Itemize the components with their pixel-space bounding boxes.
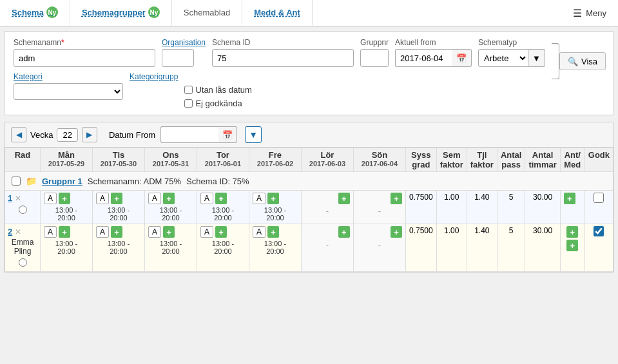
visa-button[interactable]: 🔍 Visa (559, 52, 606, 70)
schemanamn-group: Schemanamn (14, 38, 155, 67)
row-1-tue-cell: A + 13:00 -20:00 (92, 191, 144, 224)
menu-button[interactable]: ☰ Meny (561, 0, 618, 26)
schema-id-input[interactable] (212, 49, 354, 67)
grid-wrap: Rad Mån 2017-05-29 Tis 2017-05-30 Ons (5, 148, 613, 272)
row-1-radio[interactable] (19, 206, 27, 214)
organisation-label[interactable]: Organisation (162, 38, 206, 47)
row-2-del-btn[interactable]: ✕ (15, 227, 21, 236)
row-1-thu-plus[interactable]: + (215, 193, 227, 204)
row-2-expand-btn-1[interactable]: + (566, 226, 578, 238)
menu-lines-icon: ☰ (573, 7, 582, 19)
row-1-fri-plus[interactable]: + (267, 193, 279, 204)
aktuell-from-input[interactable] (395, 49, 452, 67)
row-1-mon-a[interactable]: A (44, 193, 57, 204)
row-1-del-btn[interactable]: ✕ (15, 194, 21, 203)
row-1-sem: 1.00 (436, 191, 467, 224)
schematyp-group: Schematyp Arbete Schema Ledig ▼ (478, 38, 545, 67)
col-son-header: Sön 2017-06-04 (353, 148, 405, 172)
row-2-radio[interactable] (19, 258, 27, 267)
schema-ny-badge: Ny (46, 6, 58, 18)
top-form: Schemanamn Organisation Schema ID (4, 31, 614, 115)
row-1-ant-med: + (560, 191, 584, 224)
row-2-name: Emma Pling (8, 238, 37, 256)
row-2-thu-plus[interactable]: + (215, 226, 227, 238)
row-1-fri-a[interactable]: A (253, 193, 266, 204)
next-week-button[interactable]: ▶ (82, 127, 97, 142)
row-2-sun-plus[interactable]: + (391, 226, 402, 238)
row-1-wed-plus[interactable]: + (163, 193, 175, 204)
row-1-sat-plus[interactable]: + (338, 193, 350, 204)
schematyp-select[interactable]: Arbete Schema Ledig (478, 49, 528, 67)
schemanamn-input[interactable] (14, 49, 155, 67)
son-date: 2017-06-04 (357, 160, 402, 168)
ej-godkanda-checkbox[interactable] (184, 99, 193, 108)
schematyp-label: Schematyp (478, 38, 545, 47)
row-1-godk-checkbox[interactable] (594, 193, 604, 203)
row-2-thu-content: A + (200, 226, 246, 238)
row-1-fri-content: A + (253, 193, 298, 204)
row-2-wed-plus[interactable]: + (163, 226, 175, 238)
prev-week-button[interactable]: ◀ (11, 127, 26, 142)
col-ons-header: Ons 2017-05-31 (144, 148, 197, 172)
row-1-mon-plus[interactable]: + (59, 193, 70, 204)
row-1-expand-btn[interactable]: + (564, 193, 575, 204)
tab-schemablad[interactable]: Schemablad (172, 0, 242, 26)
row-2-id-link[interactable]: 2 (8, 227, 12, 236)
tjl-label: Tjl faktor (470, 150, 494, 169)
week-number: 22 (57, 128, 77, 142)
organisation-group: Organisation (162, 38, 206, 67)
row-2-thu-a[interactable]: A (200, 226, 213, 238)
datum-from-input[interactable] (160, 126, 218, 143)
datum-cal-btn[interactable]: 📅 (218, 126, 237, 143)
row-1-thu-a[interactable]: A (200, 193, 213, 204)
row-2-mon-cell: A + 13:00 -20:00 (41, 224, 93, 272)
col-tis-header: Tis 2017-05-30 (92, 148, 144, 172)
col-rad-header: Rad (5, 148, 41, 172)
row-1-wed-a[interactable]: A (148, 193, 161, 204)
row-2-expand-btn-2[interactable]: + (566, 240, 578, 251)
kategorigrupp-label[interactable]: Kategorigrupp (130, 72, 178, 81)
utan-las-checkbox[interactable] (184, 86, 193, 94)
row-1-sun-plus[interactable]: + (391, 193, 402, 204)
filter-button[interactable]: ▼ (245, 126, 262, 143)
rad-header-label: Rad (15, 150, 31, 160)
row-1-tue-plus[interactable]: + (111, 193, 122, 204)
row-2-godk-checkbox[interactable] (594, 226, 604, 236)
row-2-sun-time: - (357, 238, 402, 249)
schematyp-dropdown-btn[interactable]: ▼ (528, 49, 545, 67)
row-1-id-link[interactable]: 1 (8, 193, 12, 203)
aktuell-from-cal-btn[interactable]: 📅 (452, 49, 472, 67)
row-1-thu-time: 13:00 -20:00 (200, 204, 246, 222)
row-2-fri-plus[interactable]: + (267, 226, 279, 238)
row-1-tue-a[interactable]: A (96, 193, 109, 204)
row-2-wed-cell: A + 13:00 -20:00 (144, 224, 197, 272)
organisation-input[interactable] (162, 49, 194, 67)
row-2-fri-a[interactable]: A (253, 226, 266, 238)
kategori-label[interactable]: Kategori (14, 72, 123, 81)
ant-med-label: Ant/ Med (564, 150, 581, 169)
ons-date: 2017-05-31 (148, 160, 193, 168)
row-1-wed-cell: A + 13:00 -20:00 (144, 191, 197, 224)
row-2-thu-time: 13:00 -20:00 (200, 238, 246, 255)
search-icon: 🔍 (568, 57, 578, 66)
row-2-sat-plus[interactable]: + (338, 226, 350, 238)
row-2-antal-pass: 5 (497, 224, 525, 272)
row-2-mon-plus[interactable]: + (59, 226, 70, 238)
tab-medd-ant[interactable]: Medd & Ant (242, 0, 313, 26)
row-2-mon-a[interactable]: A (44, 226, 57, 238)
tab-schema[interactable]: Schema Ny (0, 0, 70, 26)
kategori-select[interactable] (14, 83, 123, 100)
row-2-tue-plus[interactable]: + (111, 226, 122, 238)
row-1-antal-pass: 5 (497, 191, 525, 224)
row-2-wed-a[interactable]: A (148, 226, 161, 238)
group-row-cell: 📁 Gruppnr 1 Schemanamn: ADM 75% Schema I… (5, 172, 613, 191)
row-2-tue-a[interactable]: A (96, 226, 109, 238)
group-checkbox[interactable] (12, 177, 21, 186)
group-name-link[interactable]: Gruppnr 1 (42, 177, 82, 186)
datum-from-label: Datum From (109, 130, 155, 140)
gruppnr-input[interactable] (360, 49, 389, 67)
row-2-antal-timmar: 30.00 (525, 224, 560, 272)
row-1-wed-content: A + (148, 193, 193, 204)
tab-schemagrupper[interactable]: Schemagrupper Ny (70, 0, 172, 26)
row-1-tjl: 1.40 (467, 191, 497, 224)
